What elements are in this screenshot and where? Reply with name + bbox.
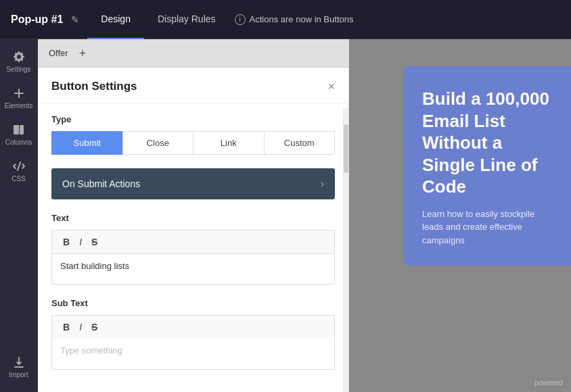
type-btn-link[interactable]: Link (193, 131, 264, 155)
sidebar-item-css[interactable]: CSS (0, 154, 37, 188)
tab-design[interactable]: Design (87, 0, 144, 39)
preview-card-subtitle: Learn how to easily stockpile leads and … (422, 207, 552, 247)
powered-by-label: powered (534, 378, 563, 387)
text-format-toolbar: B I S (51, 230, 335, 253)
sidebar-item-columns[interactable]: Columns (0, 118, 37, 151)
type-button-group: Submit Close Link Custom (51, 131, 335, 155)
text-bold-button[interactable]: B (59, 235, 74, 249)
add-tab-button[interactable]: + (79, 47, 87, 59)
settings-icon (12, 50, 26, 64)
sidebar-label-import: Import (9, 371, 28, 378)
subtext-section-label: Sub Text (51, 298, 335, 308)
text-content[interactable]: Start building lists (51, 253, 335, 285)
text-strike-button[interactable]: S (87, 235, 101, 249)
top-bar: Pop-up #1 ✎ Design Display Rules i Actio… (0, 0, 571, 39)
preview-area: Build a 100,000 Email List Without a Sin… (349, 39, 571, 392)
sidebar-label-elements: Elements (5, 102, 33, 109)
tab-display-rules[interactable]: Display Rules (144, 0, 229, 39)
subtext-italic-button[interactable]: I (75, 320, 86, 335)
sidebar-item-import[interactable]: Import (0, 350, 37, 384)
type-btn-custom[interactable]: Custom (264, 131, 336, 155)
text-section: Text B I S Start building lists (51, 213, 335, 285)
sidebar-label-css: CSS (12, 175, 26, 182)
text-section-label: Text (51, 213, 335, 223)
close-panel-button[interactable]: × (327, 80, 335, 93)
info-circle-icon: i (235, 14, 246, 25)
actions-notice: i Actions are now in Buttons (235, 14, 354, 25)
scroll-track[interactable] (343, 108, 348, 392)
sidebar-label-settings: Settings (6, 66, 30, 73)
button-settings-panel: Button Settings × Type Submit Close (38, 68, 349, 392)
subtext-input[interactable]: Type something (51, 339, 335, 370)
preview-card: Build a 100,000 Email List Without a Sin… (403, 66, 571, 266)
sidebar-label-columns: Columns (5, 139, 32, 146)
popup-title-text: Pop-up #1 (11, 14, 63, 26)
offer-tab-row: Offer + (38, 39, 349, 68)
type-section-label: Type (51, 114, 335, 124)
columns-icon (12, 123, 26, 137)
subtext-format-toolbar: B I S (51, 315, 335, 339)
download-icon (12, 356, 26, 369)
type-btn-close[interactable]: Close (122, 131, 193, 155)
chevron-right-icon: › (321, 178, 324, 190)
subtext-strike-button[interactable]: S (87, 320, 101, 335)
edit-title-button[interactable]: ✎ (68, 11, 82, 28)
main-layout: Settings Elements Columns CSS Import (0, 39, 571, 392)
subtext-bold-button[interactable]: B (59, 320, 74, 335)
sidebar-item-elements[interactable]: Elements (0, 81, 37, 115)
preview-card-title: Build a 100,000 Email List Without a Sin… (422, 88, 552, 198)
content-area: Offer + Button Settings × Type Submit (38, 39, 571, 392)
plus-icon (12, 87, 26, 100)
offer-tab[interactable]: Offer (46, 48, 71, 58)
sidebar-icons: Settings Elements Columns CSS Import (0, 39, 38, 392)
panel-body: Type Submit Close Link Custom (38, 103, 348, 392)
pencil-icon: ✎ (71, 14, 79, 25)
panel-header: Button Settings × (38, 68, 348, 103)
type-btn-submit[interactable]: Submit (51, 131, 122, 155)
sidebar-item-settings[interactable]: Settings (0, 45, 37, 78)
scroll-thumb (344, 124, 348, 173)
code-icon (12, 160, 26, 173)
subtext-section: Sub Text B I S Type something (51, 298, 335, 370)
text-italic-button[interactable]: I (75, 235, 86, 249)
submit-actions-label: On Submit Actions (62, 178, 140, 189)
panel-title: Button Settings (51, 80, 137, 93)
app-title: Pop-up #1 ✎ (11, 11, 82, 28)
submit-actions-row[interactable]: On Submit Actions › (51, 168, 335, 199)
